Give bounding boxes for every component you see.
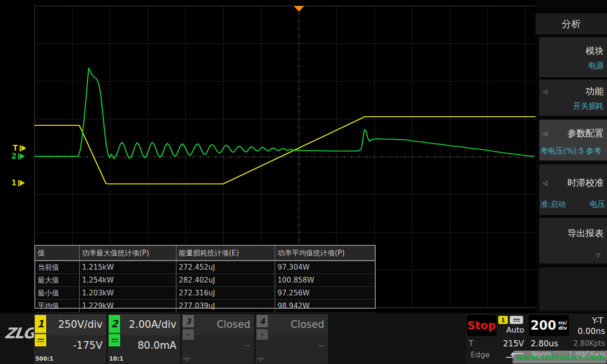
cell-value: 272.316uJ [176, 287, 275, 299]
cell-value: 282.402uJ [176, 274, 275, 286]
trace-CH1-voltage [34, 117, 535, 184]
ch1-position-marker-label: 1 [11, 180, 16, 186]
ch2-position-marker-label: 2 [11, 153, 16, 160]
dc-coupling-icon [510, 316, 523, 324]
trigger-source-badge[interactable]: 1 [498, 316, 508, 324]
row-label: 平均值 [35, 300, 80, 312]
function-value: 开关损耗 [573, 101, 604, 111]
channel-3-coupling: - [183, 329, 194, 340]
row-label: 最大值 [35, 274, 80, 286]
channel-4-coupling: - [257, 329, 268, 340]
deskew-label: 时滞校准 [567, 177, 604, 189]
marker-tail-icon [18, 153, 20, 160]
sidebar-empty-panel [539, 267, 607, 311]
table-row: 最大值 1.254kW 282.402uJ 100.858W [35, 274, 375, 287]
table-header: 功率最大值统计项(P) [80, 246, 176, 260]
table-row: 当前值 1.215kW 272.452uJ 97.304W [35, 261, 375, 274]
ch2-position-marker[interactable]: 2 [11, 153, 25, 160]
run-stop-button[interactable]: Stop [467, 315, 496, 336]
measurement-statistics-table: 值 功率最大值统计项(P) 能量损耗统计项(E) 功率平均值统计项(P) 当前值… [34, 245, 376, 309]
marker-tail-icon [18, 180, 20, 186]
channel-4-offset: -- [269, 336, 328, 355]
trigger-level-row[interactable]: T 215V [469, 339, 524, 349]
channel-4-block[interactable]: 4 - Closed -- -:- [256, 314, 328, 364]
timebase-scale: 200 [530, 318, 556, 333]
trigger-level-marker[interactable]: T [13, 145, 26, 152]
channel-2-scale[interactable]: 2.00A/div [121, 314, 180, 335]
timebase-window-row: 2.80us 2.80Kpts [531, 339, 605, 349]
table-row: 最小值 1.203kW 272.316uJ 97.256W [35, 287, 375, 300]
export-report-label: 导出报表 [567, 227, 604, 240]
channel-4-probe-ratio: -:- [257, 355, 264, 362]
row-label: 最小值 [35, 287, 80, 299]
dropdown-arrow-icon[interactable]: ▽ [596, 252, 600, 259]
module-value: 电源 [588, 61, 604, 71]
watermark-text: www.cntronics.com [515, 353, 605, 362]
sidebar-item-deskew-calibration[interactable]: ◁ 时滞校准 准:启动 电压 [539, 164, 607, 215]
ch1-position-marker[interactable]: 1 [11, 180, 25, 186]
timebase-unit-bottom: div [558, 325, 567, 331]
channel-1-badge[interactable]: 1 [35, 315, 46, 333]
right-arrow-icon [20, 153, 25, 159]
table-row: 平均值 1.229kW 277.039uJ 98.942W [35, 300, 375, 313]
collapse-arrow-icon: ◁ [543, 180, 547, 186]
horizontal-delay[interactable]: 0.00ns [578, 326, 605, 336]
deskew-value-left: 准:启动 [540, 200, 566, 210]
row-label: 当前值 [35, 261, 80, 273]
capture-window: 2.80us [531, 339, 558, 348]
cell-value: 97.256W [275, 287, 375, 299]
channel-2-offset[interactable]: 80.0mA [121, 336, 180, 355]
record-points: 2.80Kpts [574, 339, 605, 348]
analysis-sidebar: 分析 模块 电源 ◁ 功能 开关损耗 ◁ 参数配置 考电压(%):5 参考 ◁ … [535, 0, 607, 364]
channel-1-offset[interactable]: -175V [47, 336, 106, 355]
channel-3-state[interactable]: Closed [195, 314, 254, 335]
cell-value: 100.858W [275, 274, 375, 286]
display-mode[interactable]: Y-T [592, 316, 603, 325]
sidebar-item-parameter-config[interactable]: ◁ 参数配置 考电压(%):5 参考 [539, 120, 607, 161]
collapse-arrow-icon: ◁ [543, 130, 547, 137]
cell-value: 1.215kW [80, 261, 176, 273]
collapse-arrow-icon: ◁ [543, 88, 547, 95]
channel-4-badge[interactable]: 4 [257, 315, 268, 327]
table-header: 值 [35, 246, 80, 260]
deskew-value-right: 电压 [590, 200, 605, 210]
channel-3-probe-ratio: -:- [183, 355, 190, 362]
trigger-mode[interactable]: Auto [494, 325, 524, 334]
channel-1-block[interactable]: 1 250V/div -175V 500:1 [34, 314, 106, 364]
cell-value: 1.229kW [80, 300, 176, 312]
channel-1-probe-ratio: 500:1 [35, 355, 53, 362]
channel-4-state[interactable]: Closed [269, 314, 328, 335]
right-arrow-icon [20, 180, 25, 186]
watermark: www.cntronics.com [513, 351, 607, 364]
channel-1-scale[interactable]: 250V/div [47, 314, 106, 335]
channel-3-offset: -- [195, 336, 254, 355]
cell-value: 98.942W [275, 300, 375, 312]
oscilloscope-screen: T 2 1 值 功率最大值统计项(P) 能量损耗统计项(E) 功率平均值统计项(… [0, 0, 607, 364]
trigger-level-marker-label: T [13, 145, 18, 152]
cell-value: 277.039uJ [176, 300, 275, 312]
cell-value: 272.452uJ [176, 261, 275, 273]
channel-3-block[interactable]: 3 - Closed -- -:- [182, 314, 254, 364]
sidebar-item-module[interactable]: 模块 电源 [539, 37, 607, 77]
table-header: 能量损耗统计项(E) [176, 246, 275, 260]
right-arrow-icon [21, 145, 26, 151]
module-label: 模块 [586, 45, 604, 57]
channel-3-badge[interactable]: 3 [183, 315, 194, 327]
marker-tail-icon [20, 145, 21, 152]
sidebar-item-function[interactable]: ◁ 功能 开关损耗 [539, 80, 607, 116]
channel-2-probe-ratio: 10:1 [109, 355, 123, 362]
table-header: 功率平均值统计项(P) [275, 246, 375, 260]
cell-value: 1.203kW [80, 287, 176, 299]
timebase-scale-button[interactable]: 200 ns/ div [529, 315, 569, 336]
dc-coupling-icon [35, 334, 46, 346]
channel-2-badge[interactable]: 2 [109, 315, 120, 333]
cell-value: 1.254kW [80, 274, 176, 286]
table-header-row: 值 功率最大值统计项(P) 能量损耗统计项(E) 功率平均值统计项(P) [35, 246, 375, 261]
cell-value: 97.304W [275, 261, 375, 273]
sidebar-item-export-report[interactable]: 导出报表 ▽ [539, 218, 607, 263]
brand-logo-text: ZLG [3, 324, 35, 342]
channel-2-block[interactable]: 2 2.00A/div 80.0mA 10:1 [108, 314, 180, 364]
sidebar-title: 分析 [535, 13, 607, 34]
parameter-config-value: 考电压(%):5 参考 [540, 146, 601, 156]
trigger-level-value: 215V [503, 339, 524, 348]
